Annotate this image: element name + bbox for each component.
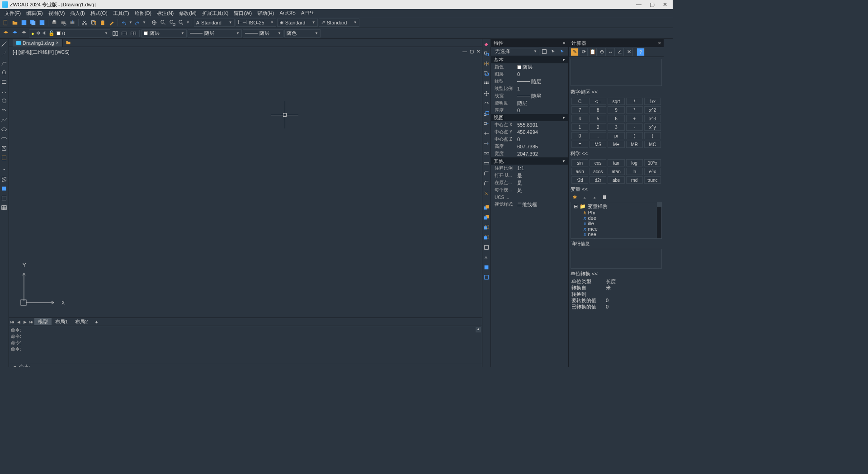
- offset-icon[interactable]: [482, 70, 491, 78]
- plotstyle-combo[interactable]: 随色 ▼: [284, 29, 321, 38]
- variable-item[interactable]: xille: [572, 221, 660, 226]
- mirror-icon[interactable]: [482, 60, 491, 68]
- unit-row[interactable]: 已转换的值0: [569, 303, 664, 310]
- calc-sci-key[interactable]: cos: [590, 159, 606, 166]
- ellipse-icon[interactable]: [0, 125, 8, 133]
- draworder-below-icon[interactable]: [482, 233, 491, 242]
- menu-item[interactable]: 修改(M): [176, 9, 199, 17]
- calc-key[interactable]: M+: [608, 141, 624, 148]
- calc-key[interactable]: MC: [644, 141, 661, 148]
- region-icon[interactable]: [0, 194, 8, 202]
- trim-icon[interactable]: [482, 129, 491, 137]
- array-icon[interactable]: [482, 80, 491, 88]
- section-other[interactable]: 其他▼: [491, 157, 568, 165]
- command-input[interactable]: [32, 365, 480, 368]
- calc-key[interactable]: MR: [626, 141, 643, 148]
- calc-key[interactable]: x^y: [644, 123, 661, 131]
- calc-key[interactable]: 7: [571, 106, 588, 114]
- chamfer-icon[interactable]: [482, 169, 491, 177]
- maximize-button[interactable]: ▢: [650, 1, 655, 8]
- property-row[interactable]: 在原点...是: [491, 179, 568, 186]
- calc-key[interactable]: 3: [608, 123, 624, 131]
- hatch-icon[interactable]: [0, 175, 8, 183]
- circle-icon[interactable]: [0, 97, 8, 105]
- draworder-front-all-icon[interactable]: [482, 263, 491, 271]
- document-tab[interactable]: Drawing1.dwg ×: [13, 39, 63, 47]
- calc-key[interactable]: 0: [571, 132, 588, 139]
- menu-item[interactable]: 绘图(D): [132, 9, 154, 17]
- sec-unit-header[interactable]: 单位转换 <<: [569, 270, 664, 278]
- calc-key[interactable]: 1: [571, 123, 588, 131]
- toggle-pickadd-icon[interactable]: [540, 47, 548, 56]
- tab-add-icon[interactable]: [63, 40, 74, 46]
- calc-key[interactable]: 8: [590, 106, 606, 114]
- section-basic[interactable]: 基本▼: [491, 56, 568, 63]
- block-insert-icon[interactable]: [0, 144, 8, 152]
- variable-item[interactable]: xnee: [572, 232, 660, 237]
- property-row[interactable]: 宽度2047.392: [491, 150, 568, 157]
- calc-sci-key[interactable]: ln: [626, 168, 643, 175]
- save-icon[interactable]: [20, 19, 28, 27]
- redo-icon[interactable]: [133, 19, 142, 27]
- copy-obj-icon[interactable]: [482, 50, 491, 58]
- layer-make-current-icon[interactable]: [120, 29, 128, 38]
- rectangle-icon[interactable]: [0, 78, 8, 86]
- undo-icon[interactable]: [120, 19, 128, 27]
- draworder-misc-icon[interactable]: [482, 273, 491, 281]
- calc-display[interactable]: [571, 59, 662, 86]
- calc-sci-key[interactable]: sin: [571, 159, 588, 166]
- calc-help-icon[interactable]: ?: [637, 48, 645, 56]
- calc-key[interactable]: /: [626, 98, 643, 105]
- arc-icon[interactable]: [0, 59, 8, 67]
- viewport-minimize-icon[interactable]: —: [462, 49, 467, 54]
- calc-clear-icon[interactable]: ✎: [571, 48, 579, 56]
- pan-icon[interactable]: [150, 19, 158, 27]
- menu-item[interactable]: 文件(F): [2, 9, 24, 17]
- move-icon[interactable]: [482, 90, 491, 98]
- layout-add-tab[interactable]: +: [91, 318, 101, 326]
- calc-sci-key[interactable]: d2r: [590, 176, 606, 184]
- spline-icon[interactable]: [0, 116, 8, 124]
- calc-distance-icon[interactable]: ↔: [607, 48, 615, 56]
- menu-item[interactable]: 窗口(W): [231, 9, 255, 17]
- calc-key[interactable]: 2: [590, 123, 606, 131]
- calc-key[interactable]: 9: [608, 106, 624, 114]
- calc-paste-icon[interactable]: 📋: [589, 48, 597, 56]
- property-row[interactable]: 透明度随层: [491, 100, 568, 107]
- lineweight-combo[interactable]: 随层 ▼: [243, 29, 283, 38]
- layer-prev-icon[interactable]: [111, 29, 119, 38]
- viewport-close-icon[interactable]: ✕: [476, 49, 480, 54]
- menu-item[interactable]: 扩展工具(X): [199, 9, 231, 17]
- calc-angle-icon[interactable]: ∠: [616, 48, 624, 56]
- calculator-close-icon[interactable]: ×: [658, 40, 661, 46]
- layer-iso-icon[interactable]: [20, 29, 28, 38]
- calc-history-icon[interactable]: ⟳: [580, 48, 588, 56]
- calc-intersect-icon[interactable]: ✕: [625, 48, 633, 56]
- layout-tab[interactable]: 布局2: [71, 318, 91, 325]
- property-row[interactable]: 中心点 Z0: [491, 136, 568, 143]
- draworder-front-icon[interactable]: [482, 204, 491, 212]
- table-icon[interactable]: [0, 204, 8, 212]
- copy-icon[interactable]: [90, 19, 98, 27]
- scale-icon[interactable]: [482, 109, 491, 118]
- unit-row[interactable]: 要转换的值0: [569, 297, 664, 303]
- layer-manager-icon[interactable]: [2, 29, 10, 38]
- properties-close-icon[interactable]: ×: [563, 40, 566, 46]
- cut-icon[interactable]: [80, 19, 89, 27]
- break-icon[interactable]: [482, 149, 491, 157]
- variable-item[interactable]: xmee: [572, 226, 660, 232]
- calc-key[interactable]: 1/x: [644, 98, 661, 105]
- calc-getcoord-icon[interactable]: ⊕: [598, 48, 606, 56]
- join-icon[interactable]: [482, 159, 491, 167]
- calc-key[interactable]: =: [571, 141, 588, 148]
- layer-states-icon[interactable]: [11, 29, 19, 38]
- print-icon[interactable]: [50, 19, 58, 27]
- saveas-icon[interactable]: [38, 19, 46, 27]
- unit-row[interactable]: 单位类型长度: [569, 278, 664, 284]
- revcloud-icon[interactable]: [0, 106, 8, 114]
- property-row[interactable]: 中心点 Y450.4994: [491, 128, 568, 136]
- property-row[interactable]: 高度607.7385: [491, 143, 568, 150]
- menu-item[interactable]: APP+: [298, 9, 316, 17]
- calc-sci-key[interactable]: rnd: [626, 176, 643, 184]
- draworder-back-icon[interactable]: [482, 213, 491, 222]
